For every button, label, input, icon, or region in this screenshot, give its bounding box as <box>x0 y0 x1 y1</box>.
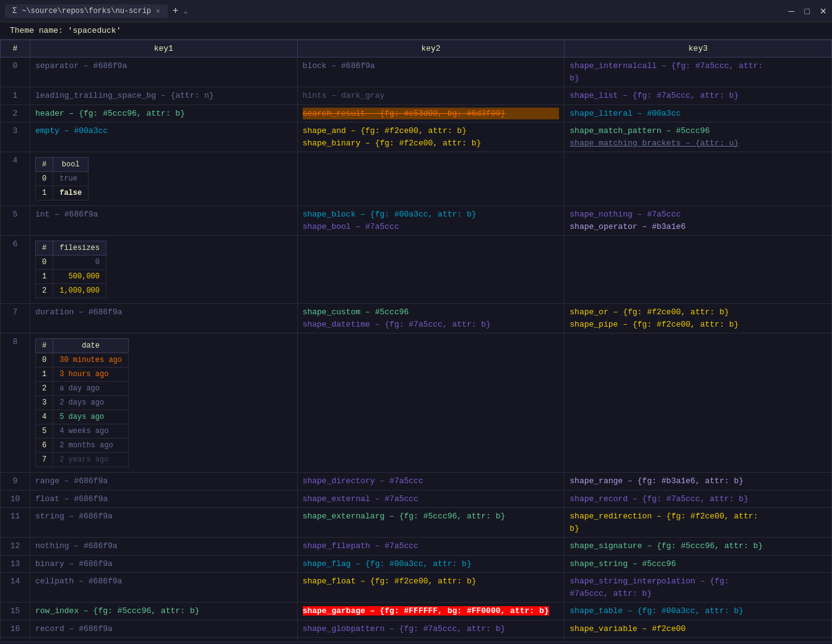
bool-row-0: 0 true <box>36 172 89 186</box>
main-table: # key1 key2 key3 0 separator – #686f9a b… <box>0 40 832 642</box>
filesizes-row-2: 2 1,000,000 <box>36 284 106 298</box>
col3-row4 <box>565 152 832 206</box>
bool-table-header-num: # <box>36 158 53 172</box>
col3-row10: shape_record – {fg: #7a5ccc, attr: b} <box>565 490 832 508</box>
col3-row7: shape_or – {fg: #f2ce00, attr: b} shape_… <box>565 304 832 333</box>
row-num-16: 16 <box>1 620 30 638</box>
col2-row7: shape_custom – #5ccc96 shape_datetime – … <box>297 304 565 333</box>
row-num-6: 6 <box>1 236 30 304</box>
row-num-14: 14 <box>1 573 30 603</box>
filesizes-header-num: # <box>36 241 53 255</box>
bool-table-header-bool: bool <box>53 158 89 172</box>
content-area: # key1 key2 key3 0 separator – #686f9a b… <box>0 40 832 642</box>
maximize-button[interactable]: □ <box>805 6 810 16</box>
table-row: 0 separator – #686f9a block – #686f9a sh… <box>1 58 832 87</box>
col2-row12: shape_filepath – #7a5ccc <box>297 538 565 556</box>
col2-row8 <box>297 333 565 473</box>
col1-row1: leading_trailing_space_bg – {attr: n} <box>30 87 298 105</box>
col3-row6 <box>565 236 832 304</box>
row-num-3: 3 <box>1 122 30 152</box>
filesizes-table: # filesizes 0 0 1 500,000 <box>35 241 106 298</box>
tab-dropdown-button[interactable]: ⌄ <box>183 6 188 15</box>
col1-row11: string – #686f9a <box>30 508 298 538</box>
close-button[interactable]: ✕ <box>820 6 827 16</box>
table-row: 3 empty – #00a3cc shape_and – {fg: #f2ce… <box>1 122 832 152</box>
col2-row1: hints – dark_gray <box>297 87 565 105</box>
col1-row12: nothing – #686f9a <box>30 538 298 556</box>
row-num-12: 12 <box>1 538 30 556</box>
header-key1: key1 <box>30 40 298 58</box>
col1-row14: cellpath – #686f9a <box>30 573 298 603</box>
col2-row3: shape_and – {fg: #f2ce00, attr: b} shape… <box>297 122 565 152</box>
table-row: 14 cellpath – #686f9a shape_float – {fg:… <box>1 573 832 603</box>
col3-row8 <box>565 333 832 473</box>
header-key2: key2 <box>297 40 565 58</box>
col1-row6: # filesizes 0 0 1 500,000 <box>30 236 298 304</box>
col3-row9: shape_range – {fg: #b3a1e6, attr: b} <box>565 473 832 491</box>
col2-row14: shape_float – {fg: #f2ce00, attr: b} <box>297 573 565 603</box>
col3-row14: shape_string_interpolation – {fg:#7a5ccc… <box>565 573 832 603</box>
table-row: 12 nothing – #686f9a shape_filepath – #7… <box>1 538 832 556</box>
table-row: 15 row_index – {fg: #5ccc96, attr: b} sh… <box>1 603 832 620</box>
date-header-num: # <box>36 339 53 353</box>
row-num-2: 2 <box>1 105 30 122</box>
terminal-tab[interactable]: Σ ~\source\repos\forks\nu-scrip ✕ <box>5 4 168 18</box>
col1-row10: float – #686f9a <box>30 490 298 508</box>
table-row: 11 string – #686f9a shape_externalarg – … <box>1 508 832 538</box>
col1-row9: range – #686f9a <box>30 473 298 491</box>
col2-row16: shape_globpattern – {fg: #7a5ccc, attr: … <box>297 620 565 638</box>
col3-row13: shape_string – #5ccc96 <box>565 555 832 573</box>
table-row: 10 float – #686f9a shape_external – #7a5… <box>1 490 832 508</box>
col2-row11: shape_externalarg – {fg: #5ccc96, attr: … <box>297 508 565 538</box>
table-row: 9 range – #686f9a shape_directory – #7a5… <box>1 473 832 491</box>
col1-row2: header – {fg: #5ccc96, attr: b} <box>30 105 298 122</box>
row-num-5: 5 <box>1 206 30 236</box>
bool-row-1: 1 false <box>36 186 89 200</box>
col1-row3: empty – #00a3cc <box>30 122 298 152</box>
col1-row15: row_index – {fg: #5ccc96, attr: b} <box>30 603 298 620</box>
row-num-13: 13 <box>1 555 30 573</box>
row-num-7: 7 <box>1 304 30 333</box>
row-num-15: 15 <box>1 603 30 620</box>
col1-row0: separator – #686f9a <box>30 58 298 87</box>
garbage-highlight: shape_garbage – {fg: #FFFFFF, bg: #FF000… <box>303 606 549 616</box>
title-bar: Σ ~\source\repos\forks\nu-scrip ✕ + ⌄ ─ … <box>0 0 832 22</box>
filesizes-header-label: filesizes <box>53 241 106 255</box>
col2-row6 <box>297 236 565 304</box>
table-row: 1 leading_trailing_space_bg – {attr: n} … <box>1 87 832 105</box>
table-row: 8 # date 0 30 minutes ago <box>1 333 832 473</box>
col2-row15: shape_garbage – {fg: #FFFFFF, bg: #FF000… <box>297 603 565 620</box>
new-tab-button[interactable]: + <box>173 6 179 17</box>
col1-row5: int – #686f9a <box>30 206 298 236</box>
col2-row10: shape_external – #7a5ccc <box>297 490 565 508</box>
date-row-5: 5 4 weeks ago <box>36 424 129 439</box>
col1-row4: # bool 0 true 1 false <box>30 152 298 206</box>
date-row-6: 6 2 months ago <box>36 439 129 453</box>
bottom-bar <box>0 642 832 644</box>
col2-row5: shape_block – {fg: #00a3cc, attr: b} sha… <box>297 206 565 236</box>
table-row: 4 # bool 0 true <box>1 152 832 206</box>
bool-table: # bool 0 true 1 false <box>35 157 89 200</box>
table-row: 5 int – #686f9a shape_block – {fg: #00a3… <box>1 206 832 236</box>
col3-row1: shape_list – {fg: #7a5ccc, attr: b} <box>565 87 832 105</box>
col2-row9: shape_directory – #7a5ccc <box>297 473 565 491</box>
row-num-9: 9 <box>1 473 30 491</box>
col1-row16: record – #686f9a <box>30 620 298 638</box>
col3-row0: shape_internalcall – {fg: #7a5ccc, attr:… <box>565 58 832 87</box>
col1-row7: duration – #686f9a <box>30 304 298 333</box>
col3-row16: shape_variable – #f2ce00 <box>565 620 832 638</box>
tab-close-icon[interactable]: ✕ <box>156 7 160 15</box>
col1-row13: binary – #686f9a <box>30 555 298 573</box>
header-key3: key3 <box>565 40 832 58</box>
col1-row8: # date 0 30 minutes ago 1 3 hours <box>30 333 298 473</box>
date-row-4: 4 5 days ago <box>36 410 129 424</box>
row-num-10: 10 <box>1 490 30 508</box>
minimize-button[interactable]: ─ <box>789 6 795 16</box>
table-row: 6 # filesizes 0 0 <box>1 236 832 304</box>
filesizes-row-0: 0 0 <box>36 255 106 270</box>
table-row: 16 record – #686f9a shape_globpattern – … <box>1 620 832 638</box>
theme-line: Theme name: 'spaceduck' <box>0 22 832 40</box>
col2-row13: shape_flag – {fg: #00a3cc, attr: b} <box>297 555 565 573</box>
tab-label: ~\source\repos\forks\nu-scrip <box>22 7 151 15</box>
date-row-3: 3 2 days ago <box>36 396 129 410</box>
